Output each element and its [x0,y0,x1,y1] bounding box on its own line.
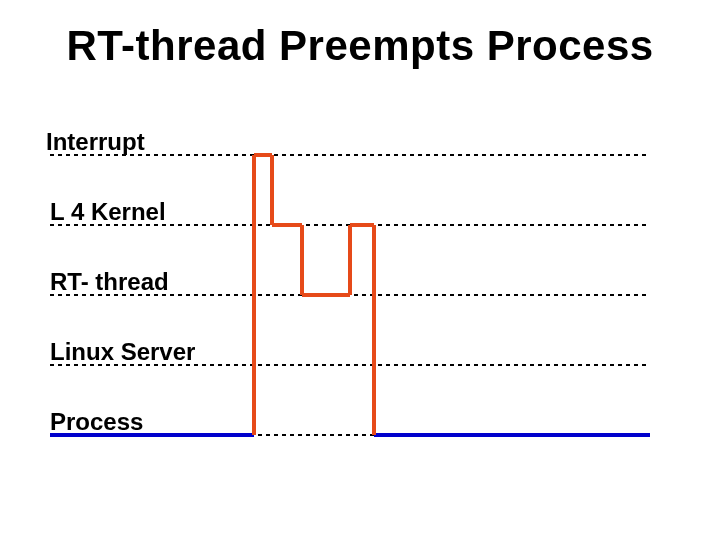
timing-chart [0,0,720,540]
slide: RT-thread Preempts Process Interrupt L 4… [0,0,720,540]
